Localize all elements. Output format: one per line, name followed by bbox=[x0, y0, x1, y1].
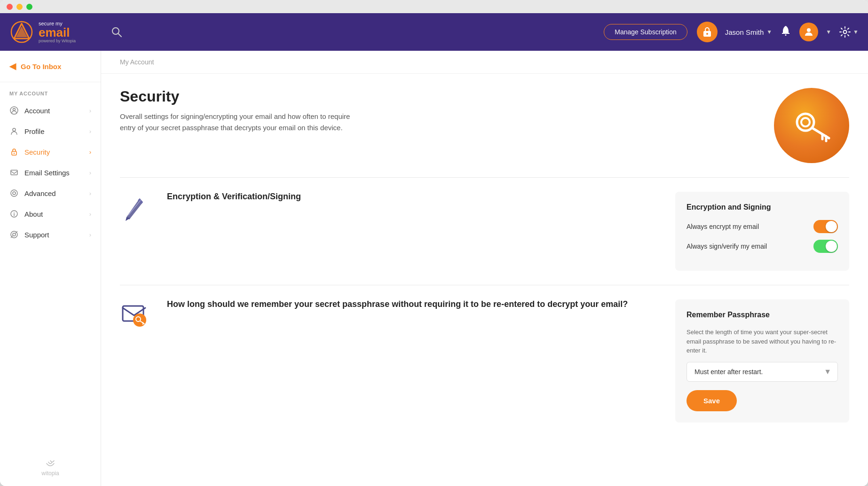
svg-line-31 bbox=[128, 200, 141, 215]
svg-point-8 bbox=[785, 34, 787, 36]
support-label: Support bbox=[24, 231, 49, 239]
security-header-text: Security Overall settings for signing/en… bbox=[120, 88, 355, 133]
support-chevron-icon: › bbox=[89, 231, 91, 238]
sidebar-item-support[interactable]: Support › bbox=[0, 224, 101, 245]
logo-icon bbox=[9, 20, 34, 44]
svg-point-7 bbox=[706, 33, 708, 35]
svg-point-23 bbox=[13, 233, 16, 236]
sidebar-item-email-settings[interactable]: Email Settings › bbox=[0, 162, 101, 183]
gear-chevron-icon: ▼ bbox=[853, 29, 859, 35]
avatar[interactable] bbox=[799, 23, 818, 41]
account-icon bbox=[9, 106, 19, 115]
search-icon[interactable] bbox=[108, 24, 125, 40]
passphrase-text: How long should we remember your secret … bbox=[167, 299, 656, 309]
witopia-logo: witopia bbox=[41, 460, 59, 477]
svg-point-10 bbox=[844, 31, 847, 34]
svg-point-15 bbox=[14, 153, 15, 154]
content-area: My Account Security Overall settings for… bbox=[101, 51, 868, 486]
user-area[interactable]: Jason Smith ▼ bbox=[725, 28, 772, 36]
topbar: secure my email powered by Witopia Manag… bbox=[0, 13, 868, 51]
encryption-icon-area bbox=[120, 192, 148, 222]
passphrase-panel-desc: Select the length of time you want your … bbox=[687, 328, 838, 355]
passphrase-icon-area bbox=[120, 299, 148, 328]
logo-powered-text: powered by Witopia bbox=[39, 39, 76, 43]
notification-bell-icon[interactable] bbox=[780, 24, 792, 39]
logo-area: secure my email powered by Witopia bbox=[9, 20, 99, 44]
content-body: Security Overall settings for signing/en… bbox=[101, 74, 868, 451]
maximize-button[interactable] bbox=[26, 4, 32, 10]
close-button[interactable] bbox=[7, 4, 13, 10]
sidebar-item-profile[interactable]: Profile › bbox=[0, 121, 101, 141]
sidebar-item-account[interactable]: Account › bbox=[0, 100, 101, 121]
email-settings-label: Email Settings bbox=[24, 169, 70, 177]
save-button[interactable]: Save bbox=[687, 390, 737, 411]
account-chevron-icon: › bbox=[89, 107, 91, 114]
sidebar-item-security[interactable]: Security › bbox=[0, 141, 101, 162]
security-header: Security Overall settings for signing/en… bbox=[120, 88, 849, 163]
encrypt-toggle-label: Always encrypt my email bbox=[687, 223, 759, 230]
sidebar-section-label: MY ACCOUNT bbox=[0, 82, 101, 100]
page-title: Security bbox=[120, 88, 355, 105]
divider-1 bbox=[120, 177, 849, 178]
svg-line-5 bbox=[118, 34, 122, 37]
avatar-chevron-icon: ▼ bbox=[826, 29, 831, 35]
profile-icon bbox=[9, 126, 19, 136]
sidebar-item-advanced[interactable]: Advanced › bbox=[0, 183, 101, 204]
passphrase-panel: Remember Passphrase Select the length of… bbox=[675, 299, 849, 423]
topbar-right: Jason Smith ▼ ▼ bbox=[697, 22, 859, 42]
encryption-section: Encryption & Verification/Signing Encryp… bbox=[120, 192, 849, 271]
inbox-arrow-icon: ◀ bbox=[9, 61, 16, 71]
user-chevron-icon: ▼ bbox=[766, 29, 772, 35]
email-settings-chevron-icon: › bbox=[89, 169, 91, 176]
user-name: Jason Smith bbox=[725, 28, 764, 36]
security-icon bbox=[9, 147, 19, 157]
page-description: Overall settings for signing/encrypting … bbox=[120, 111, 355, 133]
app-window: secure my email powered by Witopia Manag… bbox=[0, 0, 868, 486]
sign-toggle[interactable] bbox=[813, 240, 838, 253]
account-label: Account bbox=[24, 107, 50, 115]
sidebar-item-about[interactable]: About › bbox=[0, 204, 101, 224]
svg-point-13 bbox=[13, 128, 16, 131]
encrypt-toggle[interactable] bbox=[813, 220, 838, 233]
svg-point-17 bbox=[11, 190, 17, 196]
advanced-label: Advanced bbox=[24, 189, 56, 197]
svg-point-27 bbox=[801, 118, 810, 126]
svg-point-33 bbox=[133, 314, 146, 327]
encryption-title: Encryption & Verification/Signing bbox=[167, 192, 656, 202]
email-settings-icon bbox=[9, 168, 19, 177]
encrypt-toggle-row: Always encrypt my email bbox=[687, 220, 838, 233]
manage-subscription-button[interactable]: Manage Subscription bbox=[604, 24, 687, 40]
about-label: About bbox=[24, 210, 43, 218]
profile-label: Profile bbox=[24, 127, 45, 135]
support-icon bbox=[9, 230, 19, 239]
advanced-icon bbox=[9, 188, 19, 198]
svg-point-12 bbox=[13, 109, 16, 111]
encrypt-toggle-knob bbox=[826, 221, 837, 232]
sidebar: ◀ Go To Inbox MY ACCOUNT Account › bbox=[0, 51, 101, 486]
security-chevron-icon: › bbox=[89, 149, 91, 156]
title-bar bbox=[0, 0, 868, 13]
sign-toggle-label: Always sign/verify my email bbox=[687, 243, 767, 250]
svg-point-9 bbox=[807, 28, 811, 32]
passphrase-dropdown[interactable]: Must enter after restart. Remember for 1… bbox=[687, 362, 838, 382]
minimize-button[interactable] bbox=[16, 4, 23, 10]
advanced-chevron-icon: › bbox=[89, 190, 91, 197]
settings-gear-icon[interactable]: ▼ bbox=[839, 26, 859, 38]
passphrase-panel-title: Remember Passphrase bbox=[687, 311, 838, 319]
about-chevron-icon: › bbox=[89, 211, 91, 218]
passphrase-section: How long should we remember your secret … bbox=[120, 299, 849, 423]
svg-rect-16 bbox=[11, 170, 17, 175]
sign-toggle-row: Always sign/verify my email bbox=[687, 240, 838, 253]
logo-email-text: email bbox=[39, 26, 76, 39]
encryption-text: Encryption & Verification/Signing bbox=[167, 192, 656, 202]
key-icon-circle bbox=[774, 88, 849, 163]
go-to-inbox-label: Go To Inbox bbox=[21, 63, 61, 71]
divider-2 bbox=[120, 285, 849, 285]
sign-toggle-knob bbox=[826, 241, 837, 252]
passphrase-dropdown-wrapper: Must enter after restart. Remember for 1… bbox=[687, 362, 838, 382]
go-to-inbox-link[interactable]: ◀ Go To Inbox bbox=[0, 51, 101, 82]
main-layout: ◀ Go To Inbox MY ACCOUNT Account › bbox=[0, 51, 868, 486]
sidebar-footer: witopia bbox=[0, 450, 101, 486]
svg-point-21 bbox=[14, 212, 15, 213]
search-area bbox=[108, 24, 594, 40]
